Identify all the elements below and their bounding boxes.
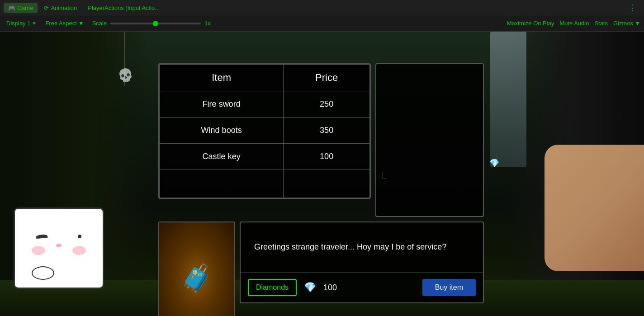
item-image-panel: 🧳: [158, 222, 235, 316]
scale-slider[interactable]: [110, 23, 201, 24]
game-label: Game: [17, 5, 33, 11]
animation-label: Animation: [51, 5, 77, 11]
dialog-text: Greetings strange traveler... Hoy may I …: [254, 241, 446, 253]
item-price: 350: [284, 118, 370, 144]
empty-cell: [284, 170, 370, 198]
toolbar-top-row: 🎮 Game ⟳ Animation PlayerActions (Input …: [0, 0, 644, 16]
table-row-empty: [160, 170, 370, 198]
table-row[interactable]: Fire sword 250: [160, 91, 370, 118]
table-row[interactable]: Castle key 100: [160, 144, 370, 170]
item-price: 250: [284, 91, 370, 118]
col-price-header: Price: [284, 65, 370, 91]
more-icon: ⋮: [629, 3, 637, 12]
more-options-button[interactable]: ⋮: [625, 3, 640, 13]
maximize-play-button[interactable]: Maximize On Play: [507, 20, 554, 27]
diamond-count: 100: [323, 283, 337, 292]
cat-nose: [56, 244, 62, 247]
waterfall-visual: [490, 32, 526, 167]
col-item-header: Item: [160, 65, 284, 91]
right-hand-visual: [545, 145, 644, 271]
cat-eye-left: [36, 234, 48, 239]
skeleton-character: 💀: [116, 66, 134, 84]
dialog-panel: Greetings strange traveler... Hoy may I …: [240, 222, 484, 303]
aspect-arrow-icon: ▼: [78, 20, 84, 27]
shop-bottom-bar: Diamonds 💎 100 Buy item: [241, 272, 483, 302]
game-viewport: 💀 💎 Item Price Fire sword: [0, 32, 644, 316]
display-label: Display 1: [6, 20, 30, 27]
gizmos-button[interactable]: Gizmos ▼: [613, 20, 640, 27]
scale-section: Scale 1x: [92, 20, 211, 27]
scale-thumb: [153, 21, 158, 26]
cat-character: [14, 208, 104, 289]
mute-audio-button[interactable]: Mute Audio: [559, 20, 589, 27]
scale-value: 1x: [204, 20, 211, 27]
item-icon: 🧳: [180, 262, 214, 294]
item-preview-panel: [375, 63, 484, 217]
cat-paw: [32, 266, 54, 280]
item-price: 100: [284, 144, 370, 170]
dialog-text-area: Greetings strange traveler... Hoy may I …: [241, 222, 483, 272]
gizmos-label: Gizmos: [613, 20, 633, 27]
cat-cheek-right: [72, 246, 86, 255]
scale-label: Scale: [92, 20, 107, 27]
game-icon: 🎮: [8, 5, 15, 11]
cat-face: [23, 217, 95, 280]
player-actions-label: PlayerActions (Input Actio...: [88, 5, 160, 11]
table-row[interactable]: Wind boots 350: [160, 118, 370, 144]
game-menu[interactable]: 🎮 Game: [4, 3, 38, 13]
item-name: Wind boots: [160, 118, 284, 144]
diamonds-button[interactable]: Diamonds: [248, 279, 297, 296]
aspect-label: Free Aspect: [45, 20, 76, 27]
item-image-display: 🧳: [159, 222, 234, 316]
display-selector[interactable]: Display 1 ▼: [4, 19, 39, 28]
cat-eye-right: [78, 235, 81, 238]
item-name: Castle key: [160, 144, 284, 170]
shop-table: Item Price Fire sword 250 Wind boots 350…: [158, 63, 371, 199]
display-arrow-icon: ▼: [32, 21, 36, 26]
player-actions-menu[interactable]: PlayerActions (Input Actio...: [83, 3, 164, 13]
animation-icon: ⟳: [44, 5, 49, 11]
buy-item-button[interactable]: Buy item: [422, 279, 476, 296]
aspect-selector[interactable]: Free Aspect ▼: [43, 19, 86, 28]
animation-menu[interactable]: ⟳ Animation: [39, 3, 81, 13]
item-name: Fire sword: [160, 91, 284, 118]
toolbar: 🎮 Game ⟳ Animation PlayerActions (Input …: [0, 0, 644, 32]
stats-button[interactable]: Stats: [594, 20, 608, 27]
gizmos-arrow-icon: ▼: [635, 20, 640, 27]
toolbar-bottom-row: Display 1 ▼ Free Aspect ▼ Scale 1x Maxim…: [0, 16, 644, 32]
gem-pickup: 💎: [489, 158, 499, 168]
toolbar-right-buttons: Maximize On Play Mute Audio Stats Gizmos…: [507, 20, 640, 27]
cat-cheek-left: [32, 246, 45, 255]
diamond-icon: 💎: [304, 282, 316, 293]
empty-cell: [160, 170, 284, 198]
